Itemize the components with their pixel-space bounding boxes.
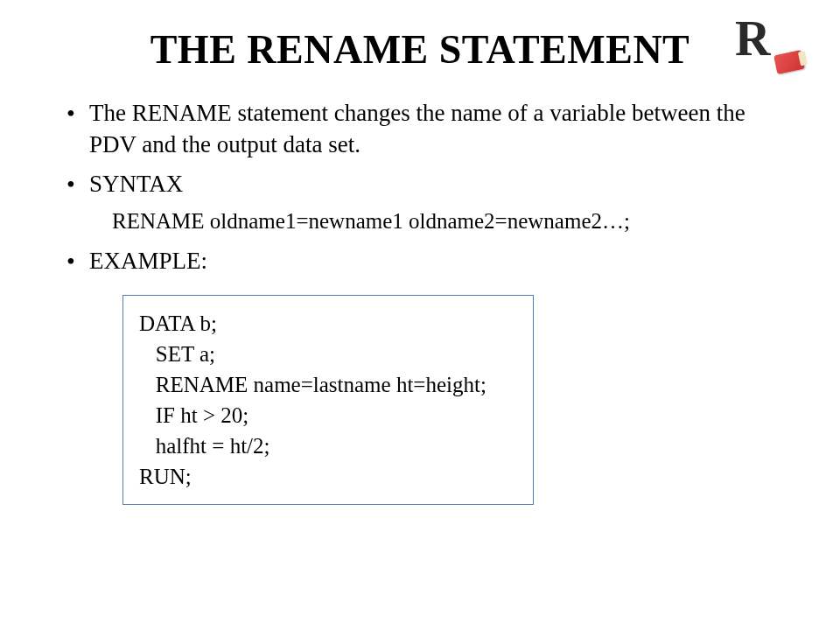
syntax-text: RENAME oldname1=newname1 oldname2=newnam… — [61, 206, 788, 236]
slide-title: THE RENAME STATEMENT — [150, 26, 690, 73]
bullet-list: The RENAME statement changes the name of… — [61, 97, 788, 200]
code-line-1: DATA b; — [139, 308, 517, 339]
code-line-3: RENAME name=lastname ht=height; — [139, 369, 517, 400]
code-example-box: DATA b; SET a; RENAME name=lastname ht=h… — [122, 295, 534, 505]
bullet-example-label: EXAMPLE: — [61, 245, 788, 276]
code-line-5: halfht = ht/2; — [139, 430, 517, 461]
bullet-syntax-label: SYNTAX — [61, 168, 788, 200]
rename-logo: R — [735, 18, 805, 79]
slide-content: The RENAME statement changes the name of… — [52, 97, 788, 505]
logo-letter-r: R — [735, 10, 770, 66]
eraser-icon — [774, 50, 805, 74]
bullet-intro: The RENAME statement changes the name of… — [61, 97, 788, 161]
code-line-2: SET a; — [139, 339, 517, 369]
bullet-list-2: EXAMPLE: — [61, 245, 788, 276]
slide-header: THE RENAME STATEMENT R — [52, 26, 788, 73]
code-line-6: RUN; — [139, 461, 517, 492]
code-line-4: IF ht > 20; — [139, 400, 517, 430]
